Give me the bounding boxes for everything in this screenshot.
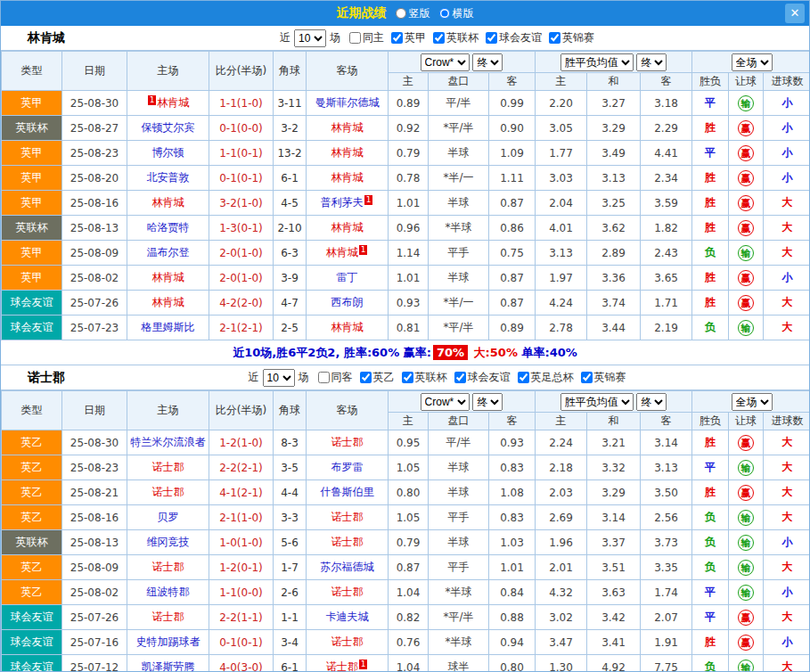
team-link[interactable]: 林肯城: [127, 191, 209, 216]
odds-company-select[interactable]: Crow*: [421, 53, 470, 71]
team-link[interactable]: 诺士郡: [307, 530, 389, 555]
team-link[interactable]: 纽波特郡: [127, 580, 209, 605]
scope-select[interactable]: 全场: [732, 53, 773, 71]
team-link[interactable]: 林肯城1: [307, 241, 389, 266]
result-group-header: 全场: [692, 52, 810, 73]
odds-home: 1.14: [389, 241, 429, 266]
filter-checkbox-英联杯[interactable]: 英联杯: [402, 370, 447, 385]
result-handicap: 赢: [729, 630, 764, 655]
team-link[interactable]: 博尔顿: [127, 141, 209, 166]
checkbox-input[interactable]: [349, 32, 361, 44]
checkbox-input[interactable]: [454, 372, 466, 383]
team-link[interactable]: 林肯城: [127, 291, 209, 316]
radio-horizontal-input[interactable]: [439, 8, 450, 19]
layout-radio-vertical[interactable]: 竖版: [396, 6, 430, 21]
filter-checkbox-英甲[interactable]: 英甲: [391, 30, 426, 45]
handicap-line: *半球: [429, 216, 489, 241]
team-link[interactable]: 林肯城: [307, 316, 389, 340]
checkbox-input[interactable]: [318, 372, 330, 383]
team-link[interactable]: 林肯城: [307, 141, 389, 166]
team-link[interactable]: 哈洛贾特: [127, 216, 209, 241]
scope-select[interactable]: 全场: [732, 393, 773, 411]
mean-stage-select[interactable]: 终: [636, 53, 667, 71]
team-link[interactable]: 诺士郡: [127, 455, 209, 480]
checkbox-input[interactable]: [360, 372, 372, 383]
filter-checkbox-球会友谊[interactable]: 球会友谊: [454, 370, 511, 385]
titlebar: 近期战绩 竖版 横版 ✕: [1, 1, 809, 26]
team-link[interactable]: 什鲁斯伯里: [307, 480, 389, 505]
mean-type-select[interactable]: 胜平负均值: [560, 393, 634, 411]
checkbox-input[interactable]: [486, 32, 497, 44]
team-link[interactable]: 史特加踢球者: [127, 630, 209, 655]
checkbox-input[interactable]: [402, 372, 413, 383]
filter-checkbox-同主[interactable]: 同主: [349, 30, 384, 45]
odds-stage-select[interactable]: 终: [472, 393, 503, 411]
match-row: 球会友谊25-07-26诺士郡2-2(1-1)1-1卡迪夫城0.82*平/半0.…: [2, 605, 810, 630]
team-link[interactable]: 贝罗: [127, 505, 209, 530]
filter-checkbox-英锦赛[interactable]: 英锦赛: [549, 30, 594, 45]
col-result-handicap: 让球: [729, 413, 764, 430]
team-link[interactable]: 1林肯城: [127, 91, 209, 116]
team-link[interactable]: 林肯城: [307, 166, 389, 191]
filter-checkbox-同客[interactable]: 同客: [318, 370, 353, 385]
match-row: 英甲25-08-16林肯城3-2(1-0)4-5普利茅夫11.01半球0.872…: [2, 191, 810, 216]
recent-count-select[interactable]: 10: [294, 29, 326, 47]
team-link[interactable]: 卡迪夫城: [307, 605, 389, 630]
team-link[interactable]: 格里姆斯比: [127, 316, 209, 340]
team-link[interactable]: 林肯城: [307, 116, 389, 141]
filter-checkbox-英足总杯[interactable]: 英足总杯: [518, 370, 574, 385]
team-link[interactable]: 诺士郡: [127, 555, 209, 580]
team-link[interactable]: 苏尔福德城: [307, 555, 389, 580]
team-link[interactable]: 诺士郡: [307, 580, 389, 605]
team-link[interactable]: 北安普敦: [127, 166, 209, 191]
team-link[interactable]: 保顿艾尔宾: [127, 116, 209, 141]
team-link[interactable]: 诺士郡: [307, 505, 389, 530]
odds-away: 0.83: [489, 505, 536, 530]
checkbox-input[interactable]: [549, 32, 560, 44]
checkbox-input[interactable]: [581, 372, 593, 383]
col-mean-home: 主: [536, 413, 587, 430]
team-name: 林肯城: [152, 271, 184, 283]
team-link[interactable]: 布罗雷: [307, 455, 389, 480]
team-name: 诺士郡: [331, 536, 364, 548]
col-mean-draw: 和: [587, 73, 641, 91]
checkbox-input[interactable]: [518, 372, 529, 383]
team-link[interactable]: 凯泽斯劳腾: [127, 655, 209, 672]
team-link[interactable]: 诺士郡: [307, 630, 389, 655]
col-result-goals: 进球数: [764, 73, 810, 91]
layout-radio-horizontal[interactable]: 横版: [439, 6, 474, 21]
team-link[interactable]: 诺士郡: [127, 480, 209, 505]
odds-company-select[interactable]: Crow*: [421, 393, 470, 411]
checkbox-input[interactable]: [433, 32, 445, 44]
mean-stage-select[interactable]: 终: [636, 393, 667, 411]
team-link[interactable]: 特兰米尔流浪者: [127, 430, 209, 455]
team-link[interactable]: 维冈竞技: [127, 530, 209, 555]
team-link[interactable]: 雷丁: [307, 266, 389, 291]
team-link[interactable]: 林肯城: [127, 266, 209, 291]
radio-vertical-input[interactable]: [396, 8, 406, 19]
match-row: 英甲25-08-02林肯城2-0(1-0)3-9雷丁1.01半球0.871.97…: [2, 266, 810, 291]
team-link[interactable]: 西布朗: [307, 291, 389, 316]
games-label: 场: [299, 370, 309, 385]
result-goals: 大: [764, 291, 810, 316]
filter-checkbox-英联杯[interactable]: 英联杯: [433, 30, 479, 45]
team-link[interactable]: 普利茅夫1: [307, 191, 389, 216]
recent-count-select[interactable]: 10: [263, 369, 295, 387]
team-link[interactable]: 温布尔登: [127, 241, 209, 266]
close-icon[interactable]: ✕: [785, 4, 805, 23]
team-link[interactable]: 林肯城: [307, 216, 389, 241]
filter-checkbox-英锦赛[interactable]: 英锦赛: [581, 370, 626, 385]
team-link[interactable]: 诺士郡: [307, 430, 389, 455]
mean-away: 2.34: [641, 166, 692, 191]
team-name: 林肯城: [331, 221, 364, 234]
odds-stage-select[interactable]: 终: [472, 53, 503, 71]
filter-checkbox-球会友谊[interactable]: 球会友谊: [486, 30, 542, 45]
team-link[interactable]: 诺士郡1: [307, 655, 389, 672]
result-goals: 小: [764, 266, 810, 291]
checkbox-input[interactable]: [391, 32, 403, 44]
filter-checkbox-英乙[interactable]: 英乙: [360, 370, 395, 385]
team-link[interactable]: 诺士郡: [127, 605, 209, 630]
mean-type-select[interactable]: 胜平负均值: [560, 53, 634, 71]
league-checkbox-group: 同客英乙英联杯球会友谊英足总杯英锦赛: [318, 370, 626, 385]
team-link[interactable]: 曼斯菲尔德城: [307, 91, 389, 116]
